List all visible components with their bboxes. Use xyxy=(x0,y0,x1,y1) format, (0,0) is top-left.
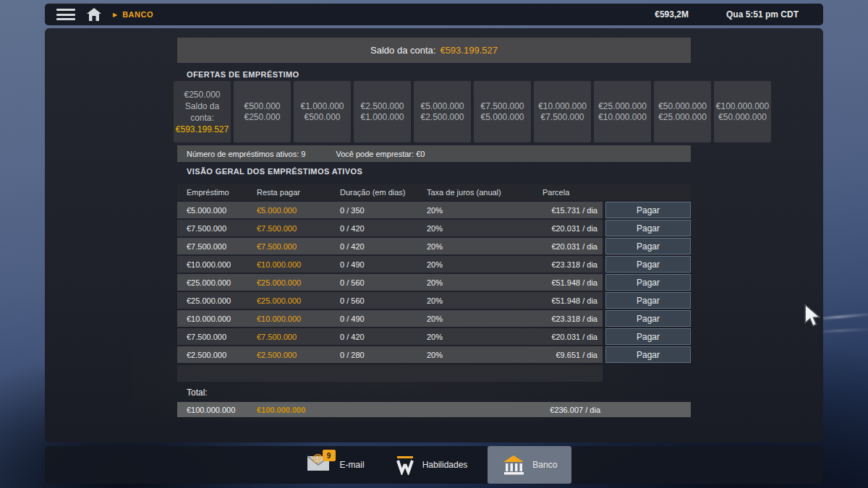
loan-offer-7-5m[interactable]: €7.500.000 €5.000.000 xyxy=(474,81,531,142)
loan-amount: €7.500.000 xyxy=(187,242,257,251)
pay-button[interactable]: Pagar xyxy=(605,292,691,309)
loan-rate: 20% xyxy=(427,351,542,359)
loan-offer-1m[interactable]: €1.000.000 €500.000 xyxy=(294,81,351,142)
total-label: Total: xyxy=(187,388,208,398)
pay-button[interactable]: Pagar xyxy=(605,310,691,327)
loan-duration: 0 / 350 xyxy=(340,206,427,215)
loan-duration: 0 / 420 xyxy=(340,242,427,251)
loan-duration: 0 / 490 xyxy=(340,260,427,269)
loan-table-body: €5.000.000 €5.000.000 0 / 350 20% €15.73… xyxy=(177,202,691,364)
loan-amount: €7.500.000 xyxy=(187,333,257,341)
loan-installment: €51.948 / dia xyxy=(542,278,603,287)
loan-installment: €20.031 / dia xyxy=(542,224,603,233)
loan-offer-list: €250.000 Saldo da conta: €593.199.527 €5… xyxy=(174,81,771,142)
offer-line2: €5.000.000 xyxy=(480,112,524,123)
table-row: €7.500.000 €7.500.000 0 / 420 20% €20.03… xyxy=(177,238,691,254)
offer-line1: €2.500.000 xyxy=(360,101,404,112)
tab-bank[interactable]: Banco xyxy=(488,446,571,484)
loan-rate: 20% xyxy=(427,206,542,215)
menu-icon[interactable] xyxy=(56,9,75,20)
loan-remaining: €2.500.000 xyxy=(257,351,340,359)
offer-line2: €7.500.000 xyxy=(540,112,584,123)
breadcrumb-arrow-icon: ▶ xyxy=(113,12,117,18)
table-row: €7.500.000 €7.500.000 0 / 420 20% €20.03… xyxy=(177,220,691,236)
email-tab-label: E-mail xyxy=(340,460,365,470)
loan-rate: 20% xyxy=(427,296,542,305)
table-row: €5.000.000 €5.000.000 0 / 350 20% €15.73… xyxy=(177,202,691,218)
loan-remaining: €7.500.000 xyxy=(257,242,340,251)
game-datetime: Qua 5:51 pm CDT xyxy=(726,9,799,20)
table-row: €10.000.000 €10.000.000 0 / 490 20% €23.… xyxy=(177,256,691,273)
loan-remaining: €5.000.000 xyxy=(257,206,340,215)
offer-line1: €25.000.000 xyxy=(598,101,647,112)
offer-line1: €1.000.000 xyxy=(300,101,344,112)
offer-line1: €50.000.000 xyxy=(658,101,707,112)
table-row: €25.000.000 €25.000.000 0 / 560 20% €51.… xyxy=(177,274,691,291)
loan-duration: 0 / 490 xyxy=(340,314,427,323)
pay-button[interactable]: Pagar xyxy=(605,328,691,345)
skills-icon xyxy=(395,455,415,475)
home-icon[interactable] xyxy=(87,8,101,21)
pay-button[interactable]: Pagar xyxy=(605,220,691,236)
offer-line1: €7.500.000 xyxy=(480,101,524,112)
total-amount: €100.000.000 xyxy=(187,406,257,414)
loan-remaining: €7.500.000 xyxy=(257,333,340,341)
loan-offer-50m[interactable]: €50.000.000 €25.000.000 xyxy=(654,81,711,142)
total-remaining: €100.000.000 xyxy=(257,406,340,414)
loan-duration: 0 / 420 xyxy=(340,333,427,341)
tab-skills[interactable]: Habilidades xyxy=(385,446,478,484)
pay-button[interactable]: Pagar xyxy=(605,238,691,254)
loan-rate: 20% xyxy=(427,242,542,251)
table-row: €2.500.000 €2.500.000 0 / 280 20% €9.651… xyxy=(177,346,691,363)
loan-amount: €2.500.000 xyxy=(187,351,257,359)
loan-offers-title: OFERTAS DE EMPRÉSTIMO xyxy=(187,70,299,79)
loan-remaining: €10.000.000 xyxy=(257,314,340,323)
loan-installment: €20.031 / dia xyxy=(542,333,603,341)
loan-offer-500k[interactable]: €500.000 €250.000 xyxy=(234,81,291,142)
total-row: €100.000.000 €100.000.000 €236.007 / dia xyxy=(177,402,691,417)
loan-offer-10m[interactable]: €10.000.000 €7.500.000 xyxy=(534,81,591,142)
loan-remaining: €25.000.000 xyxy=(257,278,340,287)
pay-button[interactable]: Pagar xyxy=(605,256,691,273)
offer-line2: €500.000 xyxy=(304,112,340,123)
loan-installment: €15.731 / dia xyxy=(542,206,603,215)
col-remaining: Resta pagar xyxy=(257,188,340,197)
pay-button[interactable]: Pagar xyxy=(605,202,691,218)
loan-duration: 0 / 280 xyxy=(340,351,427,359)
svg-text:@: @ xyxy=(312,453,323,463)
table-row: €25.000.000 €25.000.000 0 / 560 20% €51.… xyxy=(177,292,691,309)
loan-offer-5m[interactable]: €5.000.000 €2.500.000 xyxy=(414,81,471,142)
pay-button[interactable]: Pagar xyxy=(605,274,691,291)
loan-rate: 20% xyxy=(427,260,542,269)
offer-note: Saldo da conta: xyxy=(175,100,229,124)
loan-offer-100m[interactable]: €100.000.000 €50.000.000 xyxy=(714,81,771,142)
offer-line2: €2.500.000 xyxy=(420,112,464,123)
account-balance-label: Saldo da conta: xyxy=(370,45,435,56)
loan-rate: 20% xyxy=(427,224,542,233)
skills-tab-label: Habilidades xyxy=(422,460,468,470)
pay-button[interactable]: Pagar xyxy=(605,346,691,363)
account-balance-bar: Saldo da conta: €593.199.527 xyxy=(177,38,691,63)
bank-tab-label: Banco xyxy=(532,460,557,470)
loan-rate: 20% xyxy=(427,333,542,341)
loan-offer-250k[interactable]: €250.000 Saldo da conta: €593.199.527 xyxy=(174,81,231,142)
tab-email[interactable]: @ 9 E-mail xyxy=(297,446,375,484)
loan-amount: €7.500.000 xyxy=(187,224,257,233)
col-installment: Parcela xyxy=(542,188,605,197)
offer-line2: €1.000.000 xyxy=(360,112,404,123)
bottom-dock: @ 9 E-mail Habilidades Banc xyxy=(45,446,823,484)
mouse-cursor xyxy=(803,304,825,331)
loan-amount: €25.000.000 xyxy=(187,296,257,305)
loan-amount: €10.000.000 xyxy=(187,260,257,269)
loan-table-header: Empréstimo Resta pagar Duração (em dias)… xyxy=(177,184,691,200)
loan-offer-2-5m[interactable]: €2.500.000 €1.000.000 xyxy=(354,81,411,142)
email-badge: 9 xyxy=(323,450,336,461)
offer-line2: €50.000.000 xyxy=(718,112,767,123)
loan-rate: 20% xyxy=(427,314,542,323)
offer-amount: €250.000 xyxy=(184,89,220,100)
top-bar: ▶ BANCO €593,2M Qua 5:51 pm CDT xyxy=(45,4,823,25)
loan-remaining: €25.000.000 xyxy=(257,296,340,305)
loan-offer-25m[interactable]: €25.000.000 €10.000.000 xyxy=(594,81,651,142)
loan-installment: €20.031 / dia xyxy=(542,242,603,251)
offer-line2: €250.000 xyxy=(244,112,280,123)
